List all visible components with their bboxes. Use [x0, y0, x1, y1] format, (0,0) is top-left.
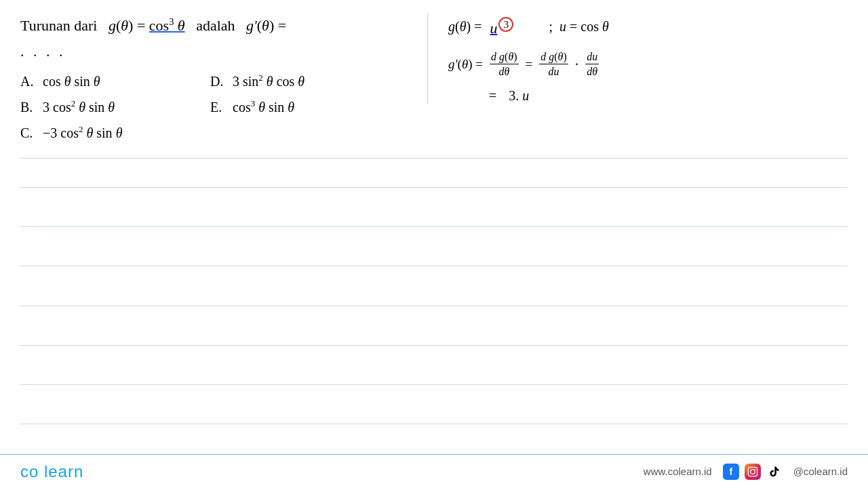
option-label-E: E. [210, 94, 227, 120]
brand-logo: co learn [20, 462, 83, 481]
sol-frac1: d g(θ) dθ [490, 51, 519, 78]
solution-line3: = 3. u [448, 88, 848, 104]
option-text-A: cos θ sin θ [43, 68, 100, 94]
ruled-line-1 [20, 187, 848, 188]
option-label-C: C. [20, 120, 37, 146]
question-middle: adalah [189, 17, 242, 34]
question-prefix: Turunan dari [20, 17, 104, 34]
social-handle: @colearn.id [793, 466, 848, 477]
solution-panel: g(θ) = u3 ; u = cos θ g'(θ) = d g(θ) dθ … [427, 14, 848, 104]
option-C: C. −3 cos2 θ sin θ [20, 120, 210, 146]
footer-right: www.colearn.id f @colearn.id [644, 464, 848, 480]
solution-line1: g(θ) = u3 ; u = cos θ [448, 17, 848, 37]
website-url: www.colearn.id [644, 466, 712, 477]
ruled-line-4 [20, 306, 848, 306]
logo-text: co learn [20, 462, 83, 481]
sol-g-theta: g(θ) = [448, 19, 481, 35]
sol-frac3: du dθ [585, 51, 599, 78]
facebook-icon[interactable]: f [723, 464, 739, 480]
social-icons: f [723, 464, 783, 480]
sol-frac2-num: d g(θ) [539, 51, 568, 64]
ruled-line-6 [20, 384, 848, 385]
dots: . . . . [20, 43, 414, 60]
separator-top [20, 158, 848, 159]
sol-frac1-den: dθ [497, 65, 511, 78]
footer: co learn www.colearn.id f @colearn.id [0, 454, 868, 488]
svg-point-1 [750, 469, 755, 474]
option-text-C: −3 cos2 θ sin θ [43, 120, 122, 146]
sol-separator: ; u = cos θ [549, 19, 608, 35]
sol-frac3-num: du [585, 51, 599, 64]
option-E: E. cos3 θ sin θ [210, 94, 414, 120]
option-text-B: 3 cos2 θ sin θ [43, 94, 115, 120]
svg-point-2 [755, 468, 756, 470]
ruled-line-7 [20, 424, 848, 424]
ruled-line-3 [20, 266, 848, 266]
sol-dot: · [575, 56, 579, 73]
option-text-E: cos3 θ sin θ [233, 94, 294, 120]
sol-eq1: = [526, 57, 533, 72]
ruled-lines [20, 164, 848, 447]
solution-line2: g'(θ) = d g(θ) dθ = d g(θ) du · du dθ [448, 51, 848, 78]
instagram-icon[interactable] [745, 464, 761, 480]
option-label-A: A. [20, 68, 37, 94]
ruled-line-5 [20, 345, 848, 346]
option-D: D. 3 sin2 θ cos θ [210, 68, 414, 94]
sol-frac2-den: du [547, 65, 561, 78]
option-A: A. cos θ sin θ [20, 68, 210, 94]
option-text-D: 3 sin2 θ cos θ [233, 68, 304, 94]
option-B: B. 3 cos2 θ sin θ [20, 94, 210, 120]
option-label-B: B. [20, 94, 37, 120]
sol-frac2: d g(θ) du [539, 51, 568, 78]
option-label-D: D. [210, 68, 227, 94]
question-function: g(θ) = cos3 θ [108, 17, 189, 34]
sol-u-cubed: u3 [490, 17, 513, 37]
question-panel: Turunan dari g(θ) = cos3 θ adalah g'(θ) … [20, 14, 427, 146]
svg-rect-0 [748, 467, 757, 476]
tiktok-icon[interactable] [766, 464, 783, 480]
ruled-line-2 [20, 226, 848, 227]
question-gprime: g'(θ) = [246, 17, 286, 34]
sol-frac3-den: dθ [585, 65, 599, 78]
options-grid: A. cos θ sin θ B. 3 cos2 θ sin θ C. −3 c… [20, 68, 414, 146]
question-text: Turunan dari g(θ) = cos3 θ adalah g'(θ) … [20, 14, 414, 37]
sol-eq2: = [489, 88, 496, 104]
sol-gprime: g'(θ) = [448, 57, 483, 72]
sol-frac1-num: d g(θ) [490, 51, 519, 64]
sol-result: 3. u [509, 88, 529, 104]
